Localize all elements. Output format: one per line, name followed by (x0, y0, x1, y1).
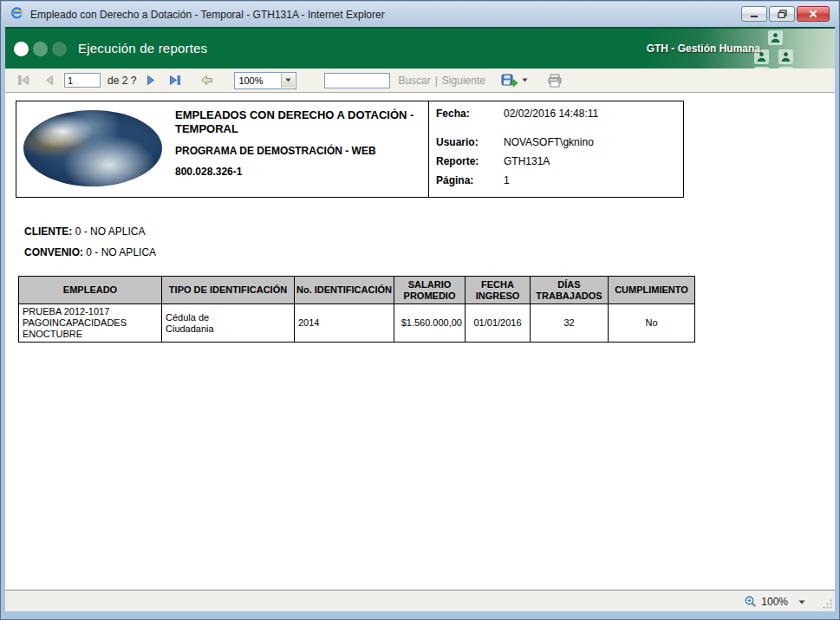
window-title: Empleado con Derecho a Dotación - Tempor… (30, 9, 385, 21)
parent-report-button[interactable] (200, 75, 213, 86)
export-dropdown-arrow-icon (522, 78, 528, 82)
find-separator: | (435, 75, 438, 87)
report-header-right: Fecha: 02/02/2016 14:48:11 Usuario: NOVA… (429, 101, 683, 197)
search-input[interactable] (324, 73, 390, 88)
last-page-button[interactable] (169, 75, 181, 86)
close-icon (809, 10, 817, 18)
prev-page-icon (43, 75, 54, 86)
browser-window: Empleado con Derecho a Dotación - Tempor… (0, 0, 840, 620)
field-label-fecha: Fecha: (436, 108, 504, 120)
cell-empleado: PRUEBA 2012-1017 PAGOINCAPACIDADES ENOCT… (19, 304, 162, 343)
field-label-usuario: Usuario: (436, 136, 504, 148)
last-page-icon (169, 75, 181, 86)
zoom-select-value: 100% (238, 75, 263, 86)
minimize-button[interactable] (741, 6, 767, 22)
field-value-usuario: NOVASOFT\gknino (504, 136, 594, 148)
field-value-reporte: GTH131A (504, 155, 550, 167)
dot-green-light-icon (33, 42, 48, 56)
column-header-no-identificacion: No. IDENTIFICACIÓN (295, 277, 394, 304)
cell-fecha-ingreso: 01/01/2016 (466, 304, 531, 343)
find-button[interactable]: Buscar (398, 75, 430, 87)
browser-zoom-label: 100% (761, 596, 788, 608)
cell-tipo-identificacion-text: Cédula de Ciudadania (166, 312, 233, 335)
dot-white-icon (14, 42, 29, 56)
column-header-tipo-identificacion: TIPO DE IDENTIFICACIÓN (162, 277, 295, 304)
prev-page-button[interactable] (43, 75, 54, 86)
browser-zoom-control[interactable]: 100% (740, 593, 809, 610)
person-icon (768, 30, 783, 45)
column-header-empleado: EMPLEADO (19, 277, 162, 304)
print-icon (547, 74, 563, 88)
back-arrow-icon (200, 75, 213, 86)
first-page-icon (17, 75, 29, 86)
report-header-left: EMPLEADOS CON DERECHO A DOTACIÓN - TEMPO… (16, 101, 429, 197)
filter-cliente-value: 0 - NO APLICA (75, 225, 146, 238)
restore-button[interactable] (769, 6, 795, 22)
close-button[interactable] (797, 6, 830, 22)
page-count-label: de 2 ? (107, 75, 136, 87)
next-page-button[interactable] (147, 75, 157, 86)
zoom-menu-arrow-icon (798, 600, 805, 604)
zoom-select[interactable]: 100% (234, 72, 296, 89)
magnifier-zoom-icon (744, 595, 758, 609)
cell-cumplimiento: No (609, 304, 695, 343)
header-dots-graphic (14, 42, 67, 56)
filter-convenio-label: CONVENIO: (24, 246, 83, 258)
field-value-fecha: 02/02/2016 14:48:11 (504, 108, 598, 120)
column-header-dias-trabajados: DÍAS TRABAJADOS (531, 277, 609, 304)
filter-cliente: CLIENTE: 0 - NO APLICA (24, 225, 156, 238)
filter-convenio-value: 0 - NO APLICA (86, 246, 156, 258)
restore-icon (778, 10, 787, 18)
dot-green-dark-icon (52, 42, 67, 56)
filter-convenio: CONVENIO: 0 - NO APLICA (24, 246, 156, 258)
page-number-input[interactable] (64, 73, 101, 88)
table-row: PRUEBA 2012-1017 PAGOINCAPACIDADES ENOCT… (19, 304, 695, 343)
cell-tipo-identificacion: Cédula de Ciudadania (162, 304, 295, 343)
field-value-pagina: 1 (504, 174, 510, 186)
column-header-cumplimiento: CUMPLIMIENTO (609, 277, 695, 304)
report-title: EMPLEADOS CON DERECHO A DOTACIÓN - TEMPO… (175, 108, 414, 136)
table-header-row: EMPLEADO TIPO DE IDENTIFICACIÓN No. IDEN… (19, 277, 695, 304)
next-page-icon (147, 75, 157, 86)
cell-salario-promedio: $1.560.000,00 (394, 304, 466, 343)
minimize-icon (750, 10, 759, 18)
field-label-reporte: Reporte: (436, 155, 504, 167)
cell-dias-trabajados: 32 (531, 304, 609, 343)
field-label-pagina: Página: (436, 174, 504, 186)
report-header: EMPLEADOS CON DERECHO A DOTACIÓN - TEMPO… (16, 101, 684, 198)
print-button[interactable] (547, 74, 563, 88)
browser-viewport: Ejecución de reportes GTH - Gestión Huma (5, 27, 835, 611)
globe-image (23, 110, 162, 186)
report-canvas: EMPLEADOS CON DERECHO A DOTACIÓN - TEMPO… (5, 93, 835, 591)
report-toolbar: de 2 ? 100% (5, 69, 835, 93)
report-company-id: 800.028.326-1 (175, 166, 414, 178)
app-header: Ejecución de reportes GTH - Gestión Huma (5, 27, 835, 69)
column-header-salario-promedio: SALARIO PROMEDIO (394, 277, 466, 304)
export-button[interactable] (501, 74, 528, 88)
brand-label: GTH - Gestión Humana (647, 42, 760, 55)
zoom-dropdown-arrow-icon (281, 74, 295, 88)
titlebar[interactable]: Empleado con Derecho a Dotación - Tempor… (2, 2, 838, 27)
filter-cliente-label: CLIENTE: (24, 225, 72, 238)
resize-grip[interactable] (822, 598, 833, 610)
internet-explorer-icon (10, 5, 25, 24)
status-bar: 100% (5, 590, 835, 611)
person-icon (778, 49, 793, 64)
cell-no-identificacion: 2014 (295, 304, 394, 343)
report-filters: CLIENTE: 0 - NO APLICA CONVENIO: 0 - NO … (24, 225, 156, 267)
column-header-fecha-ingreso: FECHA INGRESO (466, 277, 531, 304)
first-page-button[interactable] (17, 75, 29, 86)
brand-graphic: GTH - Gestión Humana (618, 29, 835, 69)
report-subtitle: PROGRAMA DE DEMOSTRACIÓN - WEB (175, 145, 414, 157)
report-table: EMPLEADO TIPO DE IDENTIFICACIÓN No. IDEN… (18, 276, 695, 343)
page-title: Ejecución de reportes (78, 41, 207, 55)
find-next-button[interactable]: Siguiente (442, 75, 485, 87)
export-save-icon (501, 74, 518, 88)
